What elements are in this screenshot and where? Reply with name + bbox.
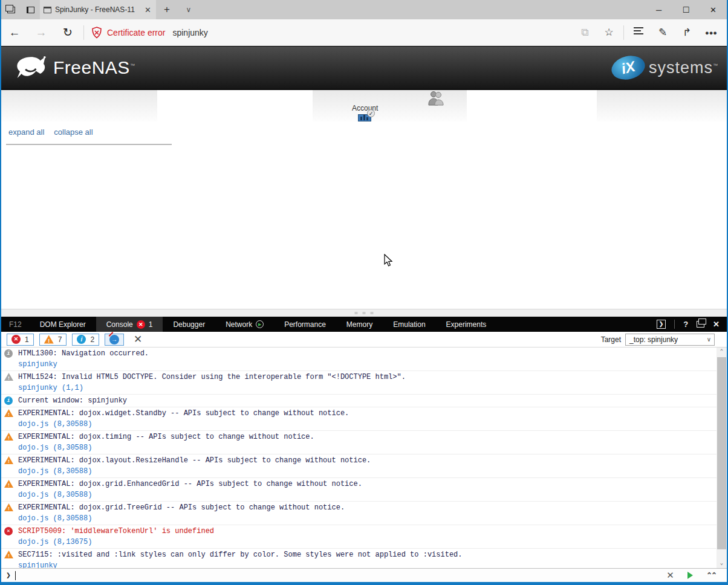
tab-preview-chevron-icon[interactable]: ∨ bbox=[178, 0, 200, 19]
favorites-star-icon[interactable]: ☆ bbox=[597, 26, 621, 39]
console-prompt: ❯ bbox=[6, 570, 11, 580]
scroll-up-icon[interactable]: ⌃ bbox=[717, 347, 727, 357]
forward-button: → bbox=[28, 26, 54, 39]
url-text[interactable]: spinjunky bbox=[172, 28, 207, 37]
run-script-icon[interactable] bbox=[687, 572, 693, 579]
devtools-splitter[interactable] bbox=[1, 309, 727, 317]
tab-favicon-icon bbox=[44, 7, 51, 13]
console-message: ✕ SCRIPT5009: 'middlewareTokenUrl' is un… bbox=[1, 525, 717, 549]
source-link[interactable]: dojo.js (8,30588) bbox=[18, 442, 717, 453]
tab-debugger[interactable]: Debugger bbox=[163, 317, 215, 332]
source-link[interactable]: dojo.js (8,30588) bbox=[18, 419, 717, 430]
browser-tab[interactable]: SpinJunky - FreeNAS-11 ✕ bbox=[40, 0, 156, 19]
console-message: EXPERIMENTAL: dojox.layout.ResizeHandle … bbox=[1, 454, 717, 478]
browser-actions: ⧉ ☆ ✎ ↱ ●●● bbox=[573, 25, 723, 40]
reading-view-icon: ⧉ bbox=[573, 27, 597, 39]
expand-all-link[interactable]: expand all bbox=[8, 128, 44, 137]
warning-icon bbox=[44, 335, 54, 344]
actions-separator bbox=[623, 25, 624, 40]
warning-icon bbox=[4, 480, 13, 488]
unpin-dock-icon[interactable] bbox=[697, 321, 704, 328]
content-divider bbox=[6, 144, 172, 145]
new-tab-button[interactable]: + bbox=[156, 0, 178, 19]
info-icon: i bbox=[4, 396, 13, 405]
warning-muted-icon bbox=[4, 373, 13, 381]
clear-input-icon[interactable]: ✕ bbox=[666, 570, 674, 581]
target-select[interactable]: _top: spinjunky ∨ bbox=[625, 334, 715, 346]
users-icon[interactable] bbox=[427, 91, 444, 106]
filter-info-button[interactable]: i 2 bbox=[72, 334, 99, 346]
refresh-button[interactable]: ↻ bbox=[54, 25, 81, 39]
source-link[interactable]: dojo.js (8,30588) bbox=[18, 490, 717, 500]
maximize-button[interactable]: ☐ bbox=[672, 0, 700, 19]
tab-memory[interactable]: Memory bbox=[336, 317, 383, 332]
tab-title: SpinJunky - FreeNAS-11 bbox=[55, 5, 140, 14]
share-icon[interactable]: ↱ bbox=[675, 26, 699, 39]
source-link[interactable]: spinjunky bbox=[18, 359, 717, 370]
console-message: SEC7115: :visited and :link styles can o… bbox=[1, 549, 717, 568]
more-options-icon[interactable]: ●●● bbox=[699, 29, 723, 36]
devtools-window-buttons: ❯ ? ✕ bbox=[657, 317, 727, 332]
certificate-error-text: Certificate error bbox=[107, 28, 165, 37]
source-link[interactable]: dojo.js (8,30588) bbox=[18, 466, 717, 477]
back-button[interactable]: ← bbox=[1, 26, 28, 39]
console-message: i HTML1300: Navigation occurred. spinjun… bbox=[1, 347, 717, 371]
console-message: HTML1524: Invalid HTML5 DOCTYPE. Conside… bbox=[1, 371, 717, 395]
ixsystems-logo: iX systems™ bbox=[611, 56, 718, 79]
annotate-pen-icon[interactable]: ✎ bbox=[651, 26, 675, 39]
help-icon[interactable]: ? bbox=[683, 320, 688, 329]
text-caret bbox=[15, 571, 16, 580]
devtools-tab-bar: F12 DOM Explorer Console ✕ 1 Debugger Ne… bbox=[1, 317, 727, 332]
filter-errors-button[interactable]: ✕ 1 bbox=[7, 334, 34, 346]
address-bar: ← → ↻ Certificate error spinjunky ⧉ ☆ ✎ … bbox=[1, 19, 727, 46]
shield-error-icon bbox=[91, 27, 102, 39]
tab-experiments[interactable]: Experiments bbox=[436, 317, 497, 332]
warning-count: 7 bbox=[58, 335, 62, 344]
scroll-down-icon[interactable]: ⌄ bbox=[717, 559, 727, 568]
error-count: 1 bbox=[25, 335, 29, 344]
console-chooser-icon[interactable]: ❯ bbox=[657, 320, 666, 329]
loading-placeholder bbox=[597, 90, 727, 121]
tab-emulation[interactable]: Emulation bbox=[383, 317, 435, 332]
tab-close-icon[interactable]: ✕ bbox=[143, 5, 152, 15]
minimize-button[interactable]: ─ bbox=[645, 0, 672, 19]
tabs-set-aside-icon[interactable] bbox=[21, 0, 40, 19]
scrollbar-thumb[interactable] bbox=[717, 357, 726, 549]
tab-network[interactable]: Network ▶ bbox=[215, 317, 274, 332]
target-label: Target bbox=[601, 335, 621, 344]
set-tabs-aside-icon[interactable] bbox=[1, 0, 21, 19]
clear-on-navigate-button[interactable]: → bbox=[105, 334, 124, 346]
console-message: i Current window: spinjunky bbox=[1, 395, 717, 407]
collapse-all-link[interactable]: collapse all bbox=[54, 128, 93, 137]
warning-icon bbox=[4, 551, 13, 558]
tab-dom-explorer[interactable]: DOM Explorer bbox=[30, 317, 96, 332]
account-check-icon[interactable]: ✓ bbox=[358, 113, 374, 121]
devtools-close-icon[interactable]: ✕ bbox=[713, 320, 720, 329]
console-input-row[interactable]: ❯ ✕ ⌃⌃ bbox=[1, 568, 727, 582]
ix-ellipse-icon: iX bbox=[609, 53, 648, 83]
browser-window: SpinJunky - FreeNAS-11 ✕ + ∨ ─ ☐ ✕ ← → ↻… bbox=[0, 0, 728, 585]
console-error-count: 1 bbox=[149, 320, 153, 329]
error-icon: ✕ bbox=[4, 527, 13, 535]
source-link[interactable]: dojo.js (8,30588) bbox=[18, 513, 717, 524]
tree-controls: expand allcollapse all bbox=[8, 128, 103, 137]
console-message: EXPERIMENTAL: dojox.grid.EnhancedGrid --… bbox=[1, 478, 717, 502]
tab-console[interactable]: Console ✕ 1 bbox=[96, 317, 163, 332]
source-link[interactable]: dojo.js (8,13675) bbox=[18, 537, 717, 548]
console-message: EXPERIMENTAL: dojox.grid.TreeGrid -- API… bbox=[1, 502, 717, 525]
source-link[interactable]: spinjunky (1,1) bbox=[18, 383, 717, 393]
clear-console-icon[interactable]: ✕ bbox=[134, 333, 142, 346]
certificate-error-badge[interactable]: Certificate error bbox=[91, 27, 165, 39]
source-link[interactable]: spinjunky bbox=[18, 560, 717, 568]
window-controls: ─ ☐ ✕ bbox=[645, 0, 727, 19]
console-scrollbar[interactable]: ⌃ ⌄ bbox=[717, 347, 727, 568]
freenas-logo: FreeNAS™ bbox=[15, 54, 135, 82]
close-button[interactable]: ✕ bbox=[700, 0, 727, 19]
filter-warnings-button[interactable]: 7 bbox=[39, 334, 67, 346]
warning-icon bbox=[4, 456, 13, 464]
expand-multiline-icon[interactable]: ⌃⌃ bbox=[706, 571, 716, 580]
hub-icon[interactable] bbox=[626, 25, 651, 39]
tab-performance[interactable]: Performance bbox=[274, 317, 336, 332]
tab-f12: F12 bbox=[1, 317, 30, 332]
page-content: Account ✓ expand allcollapse all bbox=[1, 90, 727, 309]
